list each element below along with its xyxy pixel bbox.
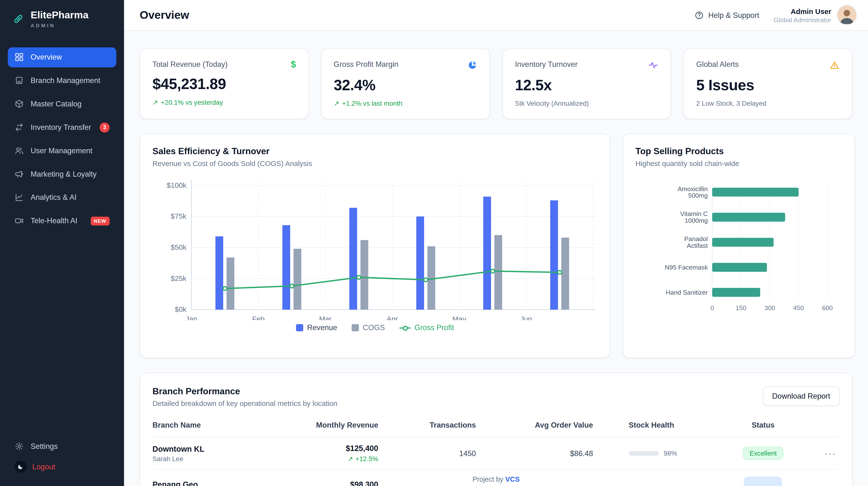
branch-manager: Sarah Lee xyxy=(152,455,301,462)
table-row: Downtown KL Sarah Lee $125,400 ↗ +12.5% xyxy=(152,437,840,469)
brand-logo: ElitePharma ADMIN xyxy=(0,0,124,34)
col-avg-order-value: Avg Order Value xyxy=(476,417,593,437)
legend-item-cogs[interactable]: COGS xyxy=(351,323,385,332)
kpi-value: $45,231.89 xyxy=(152,76,296,93)
chart-legend: Revenue COGS Gross Profit xyxy=(152,323,597,332)
stock-progress-track xyxy=(628,451,659,455)
sidebar-item-settings[interactable]: Settings xyxy=(8,436,116,456)
svg-text:500mg: 500mg xyxy=(688,192,708,199)
revenue-swatch-icon xyxy=(296,324,303,331)
footer-brand-link[interactable]: VCS xyxy=(505,476,520,483)
monthly-revenue: $125,400 xyxy=(301,444,378,453)
trend-up-icon: ↗ xyxy=(152,98,158,106)
sidebar-item-marketing-loyalty[interactable]: Marketing & Loyalty xyxy=(8,164,116,184)
sidebar-item-analytics-ai[interactable]: Analytics & AI xyxy=(8,188,116,207)
svg-text:450: 450 xyxy=(793,304,804,312)
help-support-link[interactable]: Help & Support xyxy=(694,10,759,20)
svg-text:Apr: Apr xyxy=(387,315,398,320)
sales-bar-line-chart: $0k$25k$50k$75k$100kJanFebMarAprMayJun xyxy=(152,174,597,320)
kpi-note: ↗ +20.1% vs yesterday xyxy=(152,98,296,106)
tele-health-new-badge: NEW xyxy=(90,217,110,225)
status-badge: Excellent xyxy=(743,447,783,460)
svg-text:300: 300 xyxy=(765,304,775,312)
kpi-title: Inventory Turnover xyxy=(515,60,578,68)
footer: Project by VCS xyxy=(124,476,868,483)
sidebar-item-master-catalog[interactable]: Master Catalog xyxy=(8,94,116,114)
products-horizontal-bar-chart: 0150300450600Amoxicillin500mgVitamin C10… xyxy=(635,181,842,315)
dark-mode-toggle[interactable] xyxy=(14,460,27,473)
sidebar-item-branch-management[interactable]: Branch Management xyxy=(8,71,116,91)
cube-icon xyxy=(14,99,24,109)
svg-text:Mar: Mar xyxy=(319,315,332,320)
line-chart-icon xyxy=(14,193,24,202)
top-selling-products-card: Top Selling Products Highest quantity so… xyxy=(623,134,855,358)
legend-item-gross-profit[interactable]: Gross Profit xyxy=(399,323,454,332)
footer-text: Project by xyxy=(472,476,503,483)
sidebar-item-user-management[interactable]: User Management xyxy=(8,141,116,161)
sidebar-item-label: Analytics & AI xyxy=(31,193,76,202)
table-header-row: Branch Name Monthly Revenue Transactions… xyxy=(152,417,840,437)
sales-chart-title: Sales Efficiency & Turnover xyxy=(152,146,597,156)
kpi-card-gross-profit-margin: Gross Profit Margin 32.4% ↗ +1.2% vs las… xyxy=(321,49,490,119)
download-report-button[interactable]: Download Report xyxy=(763,387,840,406)
transactions-value: 1450 xyxy=(378,437,476,469)
sidebar-item-label: Marketing & Loyalty xyxy=(31,170,97,178)
products-chart-subtitle: Highest quantity sold chain-wide xyxy=(635,159,842,168)
col-status: Status xyxy=(717,417,809,437)
brand-tag: ADMIN xyxy=(31,23,89,28)
svg-text:$25k: $25k xyxy=(171,275,187,282)
kpi-note: ↗ +1.2% vs last month xyxy=(334,99,477,107)
svg-text:Jun: Jun xyxy=(520,315,532,320)
sidebar-item-overview[interactable]: Overview xyxy=(8,47,116,67)
storefront-icon xyxy=(14,76,24,85)
svg-text:1000mg: 1000mg xyxy=(685,217,708,224)
page-title: Overview xyxy=(140,9,189,22)
warning-triangle-icon xyxy=(830,60,840,70)
cogs-swatch-icon xyxy=(351,324,359,331)
inventory-transfer-count-badge: 3 xyxy=(100,122,110,133)
user-menu[interactable]: Admin User Global Administrator xyxy=(774,5,857,25)
col-transactions: Transactions xyxy=(378,417,476,437)
sidebar-item-tele-health-ai[interactable]: Tele-Health AI NEW xyxy=(8,211,116,231)
kpi-value: 32.4% xyxy=(334,77,477,94)
kpi-note: Stk Velocity (Annualized) xyxy=(515,99,658,107)
kpi-row: Total Revenue (Today) $ $45,231.89 ↗ +20… xyxy=(140,49,852,119)
svg-text:0: 0 xyxy=(710,304,714,312)
sidebar-item-label: Settings xyxy=(31,442,58,450)
logout-row[interactable]: Logout xyxy=(8,456,116,477)
sidebar-item-label: Overview xyxy=(31,53,62,61)
svg-text:Jan: Jan xyxy=(186,315,197,320)
kpi-title: Gross Profit Margin xyxy=(334,60,398,68)
users-icon xyxy=(14,146,24,155)
video-camera-icon xyxy=(14,216,24,226)
main-area: Overview Help & Support Admin User Globa… xyxy=(124,0,868,486)
trend-up-icon: ↗ xyxy=(334,99,339,107)
logout-label[interactable]: Logout xyxy=(32,463,55,471)
legend-item-revenue[interactable]: Revenue xyxy=(296,323,337,332)
svg-text:$50k: $50k xyxy=(171,243,187,251)
svg-text:$75k: $75k xyxy=(171,212,187,220)
app-root: ElitePharma ADMIN Overview Branch Ma xyxy=(0,0,868,486)
sidebar-item-label: Inventory Transfer xyxy=(31,123,91,132)
svg-text:Feb: Feb xyxy=(252,315,265,320)
kpi-card-global-alerts: Global Alerts 5 Issues 2 Low Stock, 3 De… xyxy=(683,49,852,119)
svg-text:$0k: $0k xyxy=(175,305,187,313)
content: Total Revenue (Today) $ $45,231.89 ↗ +20… xyxy=(124,31,868,486)
user-role: Global Administrator xyxy=(774,17,831,23)
svg-text:N95 Facemask: N95 Facemask xyxy=(665,264,708,271)
kpi-card-total-revenue: Total Revenue (Today) $ $45,231.89 ↗ +20… xyxy=(140,49,309,119)
sidebar-nav: Overview Branch Management Master Catalo… xyxy=(0,34,124,436)
sales-chart-subtitle: Revenue vs Cost of Goods Sold (COGS) Ana… xyxy=(152,159,597,168)
row-menu-button[interactable]: ··· xyxy=(821,448,840,459)
sidebar-item-inventory-transfer[interactable]: Inventory Transfer 3 xyxy=(8,117,116,137)
svg-text:$100k: $100k xyxy=(166,181,187,189)
sidebar: ElitePharma ADMIN Overview Branch Ma xyxy=(0,0,124,486)
products-chart-title: Top Selling Products xyxy=(635,146,842,156)
branch-title: Branch Performance xyxy=(152,387,337,397)
sidebar-bottom: Settings Logout xyxy=(0,436,124,486)
topbar: Overview Help & Support Admin User Globa… xyxy=(124,0,868,31)
avatar[interactable] xyxy=(837,5,857,25)
pharma-capsule-icon xyxy=(12,13,25,25)
svg-text:Panadol: Panadol xyxy=(684,235,708,242)
megaphone-icon xyxy=(14,169,24,179)
